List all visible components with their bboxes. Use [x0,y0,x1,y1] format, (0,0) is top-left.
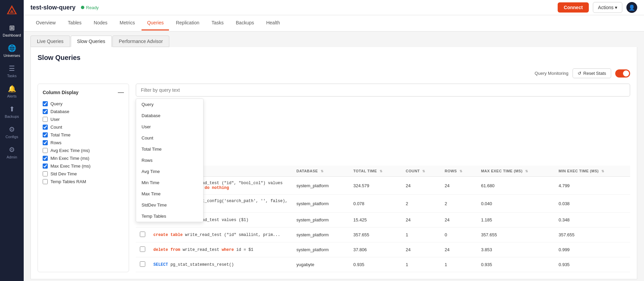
th-total-time[interactable]: TOTAL TIME ⇅ [349,166,402,177]
checkbox-user[interactable] [43,117,48,122]
th-database[interactable]: DATABASE ⇅ [292,166,349,177]
table-row: SELECT pg_stat_statements_reset()yugabyt… [136,257,630,272]
cell-rows: 24 [441,213,477,228]
checkbox-database[interactable] [43,109,48,114]
cell-total-time: 15.425 [349,213,402,228]
filter-input[interactable] [136,84,630,96]
actions-arrow: ▾ [615,5,617,10]
cell-query: delete from write_read_test where id = $… [149,242,292,257]
dropdown-item-temp-tables[interactable]: Temp Tables [136,211,203,222]
sort-icon-max-exec: ⇅ [525,169,528,173]
section-title: Slow Queries [38,54,630,62]
sidebar-item-backups[interactable]: ⬆ Backups [0,102,24,122]
checkbox-query[interactable] [43,101,48,106]
table-row: delete from write_read_test where id = $… [136,242,630,257]
checkbox-item-min-exec-time[interactable]: Min Exec Time (ms) [43,154,124,162]
cell-count: 24 [402,213,441,228]
cell-database: system_platform [292,195,349,213]
sub-tab-performance-advisor[interactable]: Performance Advisor [112,36,169,47]
user-avatar[interactable]: 👤 [626,2,637,13]
dropdown-item-database[interactable]: Database [136,110,203,121]
row-checkbox[interactable] [140,232,145,237]
checkbox-label-count: Count [50,125,62,130]
sidebar-item-label: Configs [5,135,18,139]
checkbox-min-exec-time[interactable] [43,156,48,161]
checkbox-std-dev-time[interactable] [43,171,48,176]
dropdown-item-count[interactable]: Count [136,132,203,144]
checkbox-item-rows[interactable]: Rows [43,139,124,147]
checkbox-label-rows: Rows [50,140,62,145]
table-body: insert into write_read_test ("id", "bool… [136,177,630,272]
checkbox-rows[interactable] [43,140,48,145]
dropdown-item-query[interactable]: Query [136,99,203,110]
cell-count: 1 [402,228,441,242]
sidebar-item-dashboard[interactable]: ⊞ Dashboard [0,20,24,41]
tab-overview[interactable]: Overview [30,16,61,30]
checkbox-avg-exec-time[interactable] [43,148,48,153]
checkbox-item-total-time[interactable]: Total Time [43,131,124,139]
actions-button[interactable]: Actions ▾ [593,2,622,13]
th-max-exec-time[interactable]: MAX EXEC TIME (MS) ⇅ [477,166,555,177]
checkbox-label-user: User [50,117,60,122]
sub-tab-slow-queries[interactable]: Slow Queries [71,36,112,47]
connect-button[interactable]: Connect [558,2,589,13]
tab-metrics[interactable]: Metrics [114,16,140,30]
collapse-icon[interactable]: — [118,89,124,96]
sidebar-item-admin[interactable]: ⚙ Admin [0,142,24,163]
dropdown-item-avg-time[interactable]: Avg Time [136,166,203,177]
tab-tables[interactable]: Tables [62,16,87,30]
checkbox-item-user[interactable]: User [43,115,124,123]
cell-rows: 1 [441,257,477,272]
sidebar-item-configs[interactable]: ⚙ Configs [0,122,24,142]
checkbox-label-std-dev-time: Std Dev Time [50,171,77,176]
checkbox-label-query: Query [50,101,62,106]
tab-tasks[interactable]: Tasks [206,16,229,30]
status-dot [81,6,84,9]
app-logo[interactable] [5,3,19,17]
dropdown-item-stddev-time[interactable]: StdDev Time [136,199,203,211]
th-min-exec-time[interactable]: MIN EXEC TIME (MS) ⇅ [555,166,630,177]
topbar-right: Connect Actions ▾ 👤 [558,2,637,13]
cell-max-exec-time: 61.680 [477,177,555,195]
cell-max-exec-time: 357.655 [477,228,555,242]
row-checkbox[interactable] [140,261,145,267]
sort-icon-min-exec: ⇅ [601,169,604,173]
dropdown-item-min-time[interactable]: Min Time [136,177,203,188]
dropdown-item-user[interactable]: User [136,121,203,132]
dropdown-item-total-time[interactable]: Total Time [136,144,203,155]
sub-tab-live-queries[interactable]: Live Queries [30,36,70,47]
alerts-icon: 🔔 [8,85,16,93]
column-display-title: Column Display [43,90,79,95]
checkbox-item-avg-exec-time[interactable]: Avg Exec Time (ms) [43,147,124,154]
checkbox-item-temp-tables-ram[interactable]: Temp Tables RAM [43,178,124,186]
sidebar-item-alerts[interactable]: 🔔 Alerts [0,81,24,102]
checkbox-temp-tables-ram[interactable] [43,179,48,184]
dropdown-item-max-time[interactable]: Max Time [136,188,203,199]
tab-health[interactable]: Health [261,16,285,30]
checkbox-count[interactable] [43,125,48,130]
query-monitoring-toggle[interactable] [615,69,630,78]
th-rows[interactable]: ROWS ⇅ [441,166,477,177]
reset-icon: ↺ [578,71,581,76]
cell-database: system_platform [292,177,349,195]
checkbox-item-database[interactable]: Database [43,108,124,115]
checkbox-max-exec-time[interactable] [43,164,48,169]
checkbox-item-query[interactable]: Query [43,100,124,108]
tab-backups[interactable]: Backups [231,16,260,30]
reset-stats-button[interactable]: ↺ Reset Stats [573,68,611,78]
tab-nodes[interactable]: Nodes [88,16,113,30]
checkbox-item-max-exec-time[interactable]: Max Exec Time (ms) [43,162,124,170]
sidebar-item-universes[interactable]: 🌐 Universes [0,41,24,61]
checkbox-item-count[interactable]: Count [43,123,124,131]
checkbox-item-std-dev-time[interactable]: Std Dev Time [43,170,124,178]
checkbox-label-temp-tables-ram: Temp Tables RAM [50,179,86,184]
tab-queries[interactable]: Queries [142,16,169,30]
checkbox-total-time[interactable] [43,132,48,137]
tab-replication[interactable]: Replication [170,16,205,30]
cell-rows: 24 [441,177,477,195]
th-count[interactable]: COUNT ⇅ [402,166,441,177]
dropdown-item-rows[interactable]: Rows [136,155,203,166]
cell-total-time: 0.935 [349,257,402,272]
row-checkbox[interactable] [140,246,145,252]
sidebar-item-tasks[interactable]: ☰ Tasks [0,61,24,81]
